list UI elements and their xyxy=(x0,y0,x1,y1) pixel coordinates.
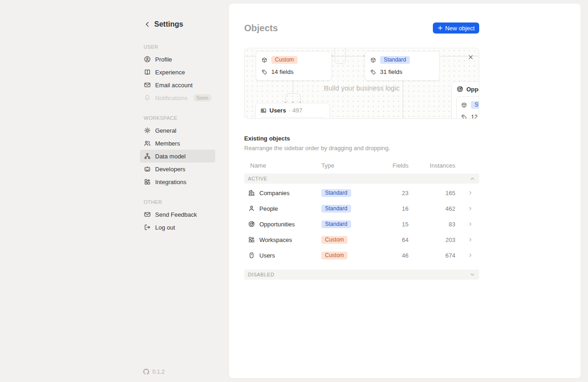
type-badge: Standard xyxy=(321,220,351,228)
type-badge: Standard xyxy=(321,205,351,213)
sidebar-item-label: Notifications xyxy=(155,95,188,101)
fields-count: 12 fields xyxy=(471,113,479,119)
settings-back[interactable]: Settings xyxy=(140,20,215,28)
banner-card-opportunities[interactable]: Opportunities Standard 12 fields xyxy=(451,81,479,119)
object-fields-count: 16 xyxy=(382,205,409,212)
person-icon xyxy=(248,205,255,212)
card-count: · 497 xyxy=(289,107,302,114)
card-subpanel xyxy=(260,117,325,119)
object-name: Opportunities xyxy=(259,221,295,228)
table-row-companies[interactable]: CompaniesStandard23165 xyxy=(244,185,479,201)
cube-icon xyxy=(261,57,268,63)
sidebar-item-label: Developers xyxy=(155,166,185,173)
object-fields-count: 15 xyxy=(382,221,409,228)
row-chevron[interactable] xyxy=(455,221,479,227)
target-icon xyxy=(456,85,464,93)
sidebar-section-label: OTHER xyxy=(140,199,215,205)
column-header-instances: Instances xyxy=(409,162,455,169)
object-fields-count: 64 xyxy=(382,236,409,243)
settings-sidebar: Settings USERProfileExperienceEmail acco… xyxy=(140,20,215,245)
fields-count: 14 fields xyxy=(271,68,293,75)
banner-card-custom[interactable]: Custom 14 fields xyxy=(256,51,332,81)
building-icon xyxy=(248,189,255,197)
table-section-label: DISABLED xyxy=(248,272,274,277)
existing-objects-heading: Existing objects xyxy=(244,135,479,142)
object-type-cell: Custom xyxy=(321,252,382,259)
type-badge: Standard xyxy=(471,101,479,109)
data-model-banner: Build your business logic Custom 14 fiel… xyxy=(244,48,479,119)
object-name-cell: Workspaces xyxy=(244,236,321,243)
apps-icon xyxy=(144,178,151,185)
table-row-people[interactable]: PeopleStandard16462 xyxy=(244,201,479,216)
object-name: Users xyxy=(259,252,275,259)
table-row-workspaces[interactable]: WorkspacesCustom64203 xyxy=(244,232,479,247)
banner-close-button[interactable] xyxy=(466,53,475,61)
object-type-cell: Standard xyxy=(321,220,382,228)
sidebar-item-developers[interactable]: Developers xyxy=(140,163,215,175)
sidebar-item-data-model[interactable]: Data model xyxy=(140,150,215,163)
object-type-cell: Custom xyxy=(321,236,382,244)
banner-card-standard[interactable]: Standard 31 fields xyxy=(364,51,440,81)
fields-count: 31 fields xyxy=(380,68,402,75)
table-section-active[interactable]: ACTIVE xyxy=(244,174,479,184)
sidebar-item-label: Send Feedback xyxy=(155,211,197,218)
sidebar-item-members[interactable]: Members xyxy=(140,137,215,150)
settings-title: Settings xyxy=(154,20,183,28)
sidebar-item-email-account[interactable]: Email account xyxy=(140,79,215,91)
gear-icon xyxy=(144,127,151,134)
sidebar-item-label: Email account xyxy=(155,82,193,89)
object-instances-count: 203 xyxy=(409,236,455,243)
sidebar-item-notifications[interactable]: NotificationsSoon xyxy=(140,91,215,104)
sidebar-nav: USERProfileExperienceEmail accountNotifi… xyxy=(140,44,215,234)
object-name: Workspaces xyxy=(259,236,292,243)
sidebar-item-label: Profile xyxy=(155,56,172,63)
object-name-cell: Companies xyxy=(244,189,321,197)
logout-icon xyxy=(144,224,151,231)
sidebar-item-label: Members xyxy=(155,140,180,147)
sidebar-item-label: Integrations xyxy=(155,179,186,185)
column-header-name: Name xyxy=(244,162,321,169)
mouse-icon xyxy=(248,252,255,259)
chevron-left-icon xyxy=(144,21,151,28)
chevron-right-icon xyxy=(467,190,474,196)
object-name: People xyxy=(259,205,278,212)
table-row-opportunities[interactable]: OpportunitiesStandard1583 xyxy=(244,216,479,232)
object-name-cell: Opportunities xyxy=(244,220,321,228)
sidebar-item-log-out[interactable]: Log out xyxy=(140,221,215,234)
sidebar-section: WORKSPACEGeneralMembersData modelDevelop… xyxy=(140,115,215,188)
object-instances-count: 674 xyxy=(409,252,455,259)
sidebar-item-profile[interactable]: Profile xyxy=(140,53,215,66)
row-chevron[interactable] xyxy=(455,190,479,196)
row-chevron[interactable] xyxy=(455,205,479,212)
row-chevron[interactable] xyxy=(455,236,479,243)
object-name: Companies xyxy=(259,190,290,197)
robot-icon xyxy=(144,165,151,173)
sidebar-item-label: Log out xyxy=(155,224,175,231)
banner-card-users[interactable]: Users · 497 xyxy=(255,103,330,119)
plus-icon xyxy=(437,25,443,31)
github-icon[interactable] xyxy=(143,368,150,375)
table-section-label: ACTIVE xyxy=(248,176,267,181)
object-fields-count: 46 xyxy=(382,252,409,259)
members-icon xyxy=(144,140,151,147)
screen-icon xyxy=(260,107,267,114)
sidebar-item-general[interactable]: General xyxy=(140,124,215,137)
version-label: 0.1.2 xyxy=(152,369,165,375)
banner-caption: Build your business logic xyxy=(245,84,479,92)
sidebar-item-send-feedback[interactable]: Send Feedback xyxy=(140,208,215,221)
table-section-disabled[interactable]: DISABLED xyxy=(244,270,479,280)
table-row-users[interactable]: UsersCustom46674 xyxy=(244,247,479,263)
mail-icon xyxy=(144,81,151,89)
object-type-cell: Standard xyxy=(321,205,382,213)
row-chevron[interactable] xyxy=(455,252,479,258)
sidebar-item-integrations[interactable]: Integrations xyxy=(140,175,215,188)
card-title: Users xyxy=(269,107,286,114)
object-instances-count: 462 xyxy=(409,205,455,212)
sidebar-section: USERProfileExperienceEmail accountNotifi… xyxy=(140,44,215,104)
object-fields-count: 23 xyxy=(382,190,409,197)
sidebar-item-experience[interactable]: Experience xyxy=(140,66,215,79)
card-title: Opportunities xyxy=(466,86,479,93)
new-object-button[interactable]: New object xyxy=(433,22,479,34)
connector-line xyxy=(403,75,403,119)
app-version: 0.1.2 xyxy=(143,368,165,375)
